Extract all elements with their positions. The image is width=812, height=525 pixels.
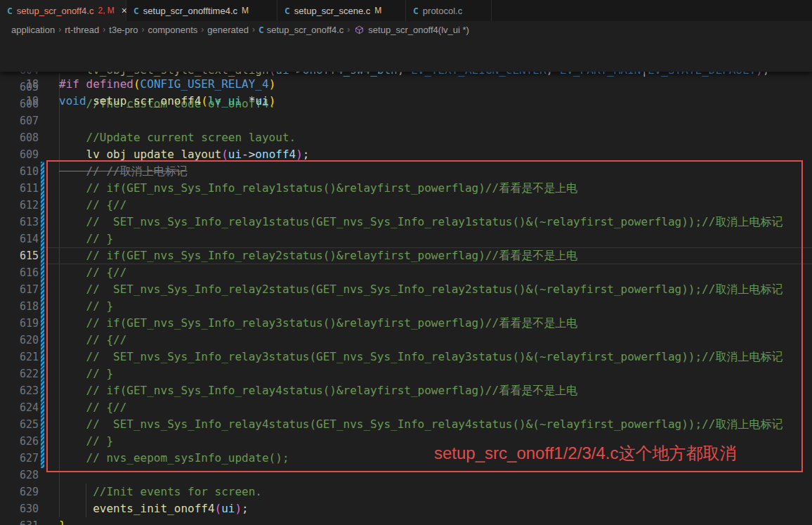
- breadcrumb-separator-icon: ›: [251, 25, 256, 34]
- line-content: // {//: [59, 197, 126, 214]
- breadcrumb-separator-icon: ›: [200, 25, 204, 34]
- vscode-editor-window: 604 lv_obj_set_style_text_align(ui->onof…: [0, 0, 812, 525]
- line-content: #if defined(CONFIG_USER_RELAY_4): [59, 76, 275, 93]
- line-number: 631: [0, 517, 39, 525]
- breadcrumb-item[interactable]: components: [148, 25, 198, 35]
- breadcrumb-item[interactable]: t3e-pro: [109, 25, 138, 35]
- code-line-610[interactable]: 610 // //取消上电标记: [0, 163, 812, 180]
- code-line-627[interactable]: 627 // nvs_eepom_sysInfo_update();: [0, 450, 812, 467]
- code-line-619[interactable]: 619 // if(GET_nvs_Sys_Info_relay3status(…: [0, 315, 812, 332]
- sticky-line-19[interactable]: 19void setup_scr_onoff4(lv_ui *ui): [0, 93, 812, 110]
- sticky-line-18[interactable]: 18#if defined(CONFIG_USER_RELAY_4): [0, 76, 812, 93]
- line-content: // //取消上电标记: [59, 163, 188, 180]
- code-line-629[interactable]: 629 //Init events for screen.: [0, 484, 812, 500]
- breadcrumb-item[interactable]: rt-thread: [65, 25, 99, 35]
- tab-setup_scr_onofftime4.c[interactable]: Csetup_scr_onofftime4.cM: [126, 0, 277, 21]
- breadcrumb-item[interactable]: setup_scr_onoff4.c: [267, 25, 344, 35]
- line-number: 608: [0, 129, 39, 146]
- code-line-631[interactable]: 631}: [0, 517, 812, 525]
- problems-modified-badge: 2, M: [98, 6, 114, 15]
- code-line-628[interactable]: 628: [0, 467, 812, 484]
- tab-label: setup_scr_scene.c: [294, 6, 370, 16]
- tab-setup_scr_scene.c[interactable]: Csetup_scr_scene.cM: [277, 0, 406, 21]
- breadcrumb-separator-icon: ›: [141, 25, 145, 34]
- line-number: 610: [0, 163, 39, 180]
- code-line-626[interactable]: 626 // }: [0, 433, 812, 450]
- line-number: 618: [0, 298, 39, 315]
- line-content: lv_obj_update_layout(ui->onoff4);: [59, 146, 309, 163]
- sticky-scroll-header: 18#if defined(CONFIG_USER_RELAY_4)19void…: [0, 38, 812, 72]
- line-content: // SET_nvs_Sys_Info_relay2status(GET_nvs…: [59, 281, 782, 298]
- code-line-612[interactable]: 612 // {//: [0, 197, 812, 214]
- line-number: 607: [0, 112, 39, 129]
- breadcrumb: application›rt-thread›t3e-pro›components…: [0, 21, 812, 38]
- breadcrumb-separator-icon: ›: [58, 25, 62, 34]
- line-number: 19: [0, 93, 39, 110]
- code-line-630[interactable]: 630 events_init_onoff4(ui);: [0, 500, 812, 517]
- breadcrumb-separator-icon: ›: [102, 25, 106, 34]
- line-content: // }: [59, 365, 113, 382]
- c-file-icon: C: [7, 6, 13, 16]
- line-number: 609: [0, 146, 39, 163]
- line-number: 617: [0, 281, 39, 298]
- code-line-609[interactable]: 609 lv_obj_update_layout(ui->onoff4);: [0, 146, 812, 163]
- line-content: // if(GET_nvs_Sys_Info_relay4status()&re…: [59, 382, 577, 399]
- breadcrumb-item[interactable]: application: [11, 25, 55, 35]
- tab-label: setup_scr_onoff4.c: [17, 6, 94, 16]
- line-content: // nvs_eepom_sysInfo_update();: [59, 450, 289, 467]
- line-number: 626: [0, 433, 39, 450]
- code-line-608[interactable]: 608 //Update current screen layout.: [0, 129, 812, 146]
- symbol-function-icon: [355, 25, 364, 34]
- c-file-icon: C: [133, 6, 139, 16]
- line-number: 614: [0, 231, 39, 247]
- line-content: // SET_nvs_Sys_Info_relay1status(GET_nvs…: [59, 214, 782, 231]
- line-content: // }: [59, 433, 113, 450]
- line-number: 624: [0, 399, 39, 416]
- breadcrumb-item[interactable]: generated: [207, 25, 249, 35]
- code-line-620[interactable]: 620 // {//: [0, 332, 812, 349]
- tab-protocol.c[interactable]: Cprotocol.c: [406, 0, 492, 21]
- line-number: 623: [0, 382, 39, 399]
- code-line-607[interactable]: 607: [0, 112, 812, 129]
- code-line-616[interactable]: 616 // {//: [0, 264, 812, 281]
- line-content: // if(GET_nvs_Sys_Info_relay1status()&re…: [59, 180, 577, 197]
- line-content: // {//: [59, 332, 126, 349]
- line-number: 18: [0, 76, 39, 93]
- code-line-611[interactable]: 611 // if(GET_nvs_Sys_Info_relay1status(…: [0, 180, 812, 197]
- code-line-621[interactable]: 621 // SET_nvs_Sys_Info_relay3status(GET…: [0, 349, 812, 365]
- line-content: void setup_scr_onoff4(lv_ui *ui): [59, 93, 275, 110]
- line-number: 616: [0, 264, 39, 281]
- line-content: // SET_nvs_Sys_Info_relay4status(GET_nvs…: [59, 416, 782, 433]
- code-line-624[interactable]: 624 // {//: [0, 399, 812, 416]
- line-number: 613: [0, 214, 39, 231]
- tab-label: setup_scr_onofftime4.c: [143, 6, 237, 16]
- line-content: // }: [59, 231, 113, 247]
- line-number: 622: [0, 365, 39, 382]
- line-content: //Init events for screen.: [59, 484, 262, 500]
- code-line-618[interactable]: 618 // }: [0, 298, 812, 315]
- modified-badge: M: [374, 6, 381, 15]
- line-content: // {//: [59, 264, 126, 281]
- line-number: 625: [0, 416, 39, 433]
- line-content: // SET_nvs_Sys_Info_relay3status(GET_nvs…: [59, 349, 782, 365]
- code-line-613[interactable]: 613 // SET_nvs_Sys_Info_relay1status(GET…: [0, 214, 812, 231]
- tab-setup_scr_onoff4.c[interactable]: Csetup_scr_onoff4.c2, M×: [0, 0, 126, 21]
- code-line-623[interactable]: 623 // if(GET_nvs_Sys_Info_relay4status(…: [0, 382, 812, 399]
- code-line-617[interactable]: 617 // SET_nvs_Sys_Info_relay2status(GET…: [0, 281, 812, 298]
- line-number: 619: [0, 315, 39, 332]
- line-content: // if(GET_nvs_Sys_Info_relay3status()&re…: [59, 315, 577, 332]
- code-line-625[interactable]: 625 // SET_nvs_Sys_Info_relay4status(GET…: [0, 416, 812, 433]
- code-line-614[interactable]: 614 // }: [0, 231, 812, 247]
- line-number: 629: [0, 484, 39, 500]
- line-number: 615: [0, 247, 39, 264]
- breadcrumb-item[interactable]: setup_scr_onoff4(lv_ui *): [368, 25, 469, 35]
- code-line-615[interactable]: 615 // if(GET_nvs_Sys_Info_relay2status(…: [0, 247, 812, 264]
- line-number: 620: [0, 332, 39, 349]
- line-number: 621: [0, 349, 39, 365]
- line-content: // }: [59, 298, 113, 315]
- line-number: 612: [0, 197, 39, 214]
- breadcrumb-separator-icon: ›: [346, 25, 351, 34]
- code-line-622[interactable]: 622 // }: [0, 365, 812, 382]
- line-content: // if(GET_nvs_Sys_Info_relay2status()&re…: [59, 247, 577, 264]
- line-content: //Update current screen layout.: [59, 129, 296, 146]
